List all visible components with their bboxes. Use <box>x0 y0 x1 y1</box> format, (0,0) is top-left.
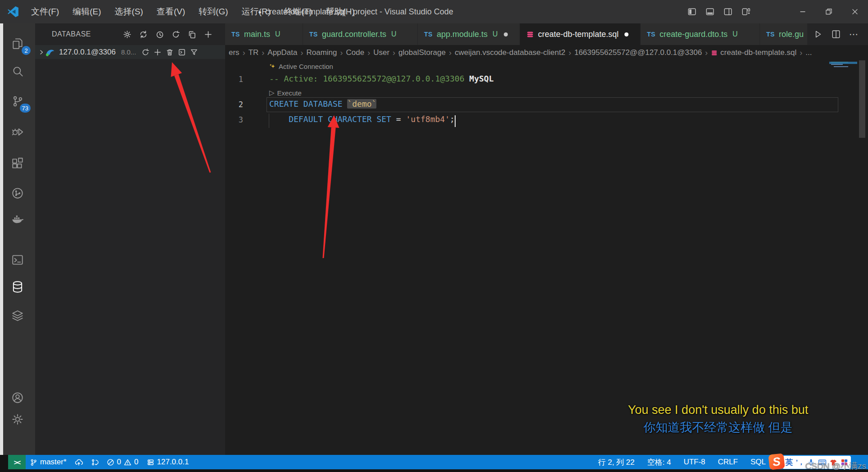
git-status-untracked: U <box>275 30 280 38</box>
sidebar-item-gitlens[interactable] <box>0 180 35 206</box>
database-sidebar: DATABASE 127.0.0.1@3306 8.0... <box>35 23 225 455</box>
sidebar-item-search[interactable] <box>0 59 35 85</box>
breadcrumb-separator: › <box>566 48 574 58</box>
problems-item[interactable]: 0 0 <box>103 455 143 469</box>
modified-dot[interactable] <box>504 32 508 36</box>
cursor-position-item[interactable]: 行 2, 列 22 <box>594 455 638 469</box>
breadcrumb-item[interactable]: globalStorage <box>398 48 447 57</box>
settings-gear-icon[interactable] <box>0 406 35 432</box>
typescript-file-icon: TS <box>766 31 775 38</box>
indentation-item[interactable]: 空格: 4 <box>643 455 675 469</box>
language-mode-item[interactable]: SQL <box>746 455 770 469</box>
more-actions-icon[interactable]: ⋯ <box>849 29 858 40</box>
code-editor[interactable]: Active Connection 1 -- Active: 166395562… <box>225 60 868 455</box>
breadcrumb-separator: › <box>797 48 805 58</box>
remote-indicator[interactable]: >< <box>8 455 26 469</box>
menu-file[interactable]: 文件(F) <box>25 3 65 20</box>
breadcrumb-separator: › <box>298 48 305 58</box>
ime-language-toggle[interactable]: 英 <box>785 457 793 467</box>
eol-item[interactable]: CRLF <box>714 455 742 469</box>
breadcrumb-item[interactable]: TR <box>248 48 260 57</box>
sidebar-item-docker[interactable] <box>0 205 35 231</box>
publish-changes-button[interactable] <box>71 455 87 469</box>
codelens-execute[interactable]: ▷ Execute <box>269 89 302 97</box>
csdn-watermark: CSDN @小满zs <box>805 460 866 472</box>
sidebar-item-source-control[interactable]: 73 <box>0 88 35 114</box>
customize-layout-icon[interactable] <box>739 5 753 18</box>
encoding-item[interactable]: UTF-8 <box>679 455 709 469</box>
sql-file-icon <box>526 31 534 38</box>
minimap[interactable] <box>829 60 857 68</box>
breadcrumb-separator: › <box>447 48 454 58</box>
sidebar-item-extensions[interactable] <box>0 150 35 177</box>
split-editor-icon[interactable] <box>831 29 841 39</box>
refresh-icon[interactable] <box>172 30 180 39</box>
sidebar-item-database[interactable] <box>0 274 35 300</box>
sidebar-title: DATABASE <box>52 30 91 38</box>
duplicate-icon[interactable] <box>188 30 196 39</box>
code-line-2[interactable]: CREATE DATABASE `demo` <box>269 99 376 109</box>
sidebar-header-actions <box>123 30 212 39</box>
sidebar-item-explorer[interactable]: 2 <box>0 31 35 57</box>
tab-create-guard-dto-ts[interactable]: TS create-guard.dto.ts U <box>641 23 760 45</box>
breadcrumb-separator: › <box>365 48 372 58</box>
history-icon[interactable] <box>155 30 164 39</box>
vscode-window: 文件(F) 编辑(E) 选择(S) 查看(V) 转到(G) 运行(R) 终端(T… <box>0 0 868 472</box>
modified-dot[interactable] <box>624 32 628 36</box>
menu-selection[interactable]: 选择(S) <box>109 3 149 20</box>
breadcrumb-item-file[interactable]: create-db-template.sql <box>710 48 797 57</box>
code-line-3[interactable]: DEFAULT CHARACTER SET = 'utf8mb4'; <box>269 114 455 124</box>
toggle-secondary-sidebar-icon[interactable] <box>721 5 735 18</box>
tab-create-db-template-sql[interactable]: create-db-template.sql <box>520 23 641 45</box>
tab-app-module-ts[interactable]: TS app.module.ts U <box>418 23 520 45</box>
line-number: 3 <box>225 115 243 124</box>
toggle-primary-sidebar-icon[interactable] <box>685 5 699 18</box>
connection-tree-item[interactable]: 127.0.0.1@3306 8.0... <box>35 45 225 59</box>
mysql-server-item[interactable]: 127.0.0.1 <box>143 455 193 469</box>
minimize-button[interactable] <box>790 0 816 23</box>
run-file-icon[interactable] <box>813 29 823 39</box>
restore-button[interactable] <box>816 0 842 23</box>
sync-connections-icon[interactable] <box>139 30 148 39</box>
breadcrumb: ers› TR› AppData› Roaming› Code› User› g… <box>225 45 868 60</box>
sidebar-header: DATABASE <box>35 23 225 45</box>
ime-punctuation-toggle[interactable]: ’， <box>796 458 805 467</box>
sparkle-icon <box>269 63 276 70</box>
codelens-active-connection[interactable]: Active Connection <box>269 63 333 70</box>
menu-edit[interactable]: 编辑(E) <box>67 3 107 20</box>
sidebar-item-terminal[interactable] <box>0 247 35 273</box>
sidebar-item-layers[interactable] <box>0 303 35 329</box>
tab-main-ts[interactable]: TS main.ts U <box>225 23 303 45</box>
menu-view[interactable]: 查看(V) <box>151 3 191 20</box>
code-line-1[interactable]: -- Active: 1663955625572@@127.0.0.1@3306… <box>269 74 494 83</box>
breadcrumb-item[interactable]: Code <box>345 48 366 57</box>
gitlens-compare-button[interactable] <box>87 455 103 469</box>
breadcrumb-item[interactable]: 1663955625572@@127.0.0.1@3306 <box>574 48 703 57</box>
breadcrumb-item[interactable]: ers <box>228 48 240 57</box>
breadcrumb-item[interactable]: Roaming <box>305 48 338 57</box>
tab-guard-controller-ts[interactable]: TS guard.controller.ts U <box>303 23 418 45</box>
git-branch-item[interactable]: master* <box>26 455 71 469</box>
add-database-icon[interactable] <box>154 48 162 56</box>
refresh-connection-icon[interactable] <box>141 48 149 56</box>
open-terminal-icon[interactable] <box>178 48 186 56</box>
window-title: ● create-db-template.sql - project - Vis… <box>258 7 453 17</box>
sogou-ime-logo[interactable]: S <box>768 453 785 470</box>
filter-icon[interactable] <box>190 48 198 56</box>
vertical-scrollbar[interactable] <box>859 60 865 138</box>
settings-icon[interactable] <box>123 30 131 39</box>
sidebar-item-run-debug[interactable] <box>0 119 35 145</box>
delete-connection-icon[interactable] <box>166 48 174 56</box>
breadcrumb-item[interactable]: User <box>372 48 390 57</box>
tab-role-guard[interactable]: TS role.gu <box>760 23 808 45</box>
source-control-badge: 73 <box>20 104 31 113</box>
warnings-icon <box>124 458 131 466</box>
breadcrumb-item[interactable]: AppData <box>267 48 298 57</box>
chevron-right-icon[interactable] <box>38 49 45 56</box>
breadcrumb-item[interactable]: cweijan.vscode-database-client2 <box>454 48 566 57</box>
toggle-panel-icon[interactable] <box>703 5 717 18</box>
breadcrumb-item[interactable]: ... <box>805 48 813 57</box>
menu-go[interactable]: 转到(G) <box>193 3 234 20</box>
add-connection-icon[interactable] <box>204 30 212 39</box>
close-button[interactable] <box>842 0 868 23</box>
